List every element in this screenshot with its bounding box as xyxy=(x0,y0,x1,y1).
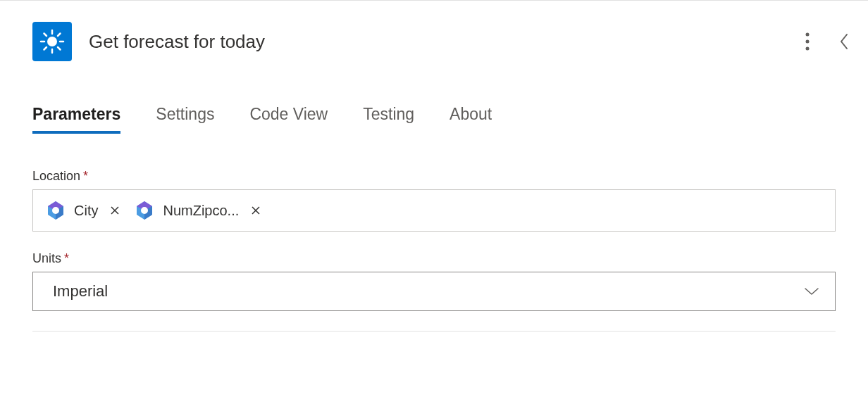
token-remove-button[interactable] xyxy=(247,205,264,216)
action-title: Get forecast for today xyxy=(89,31,800,53)
field-location: Location* City xyxy=(32,169,836,232)
location-label-text: Location xyxy=(32,169,80,183)
svg-line-5 xyxy=(44,34,47,37)
close-icon xyxy=(252,206,260,215)
units-select[interactable]: Imperial xyxy=(32,272,836,311)
more-vertical-icon xyxy=(805,32,810,51)
svg-point-12 xyxy=(52,207,59,214)
location-input[interactable]: City xyxy=(32,189,836,232)
token-city[interactable]: City xyxy=(42,196,128,225)
tab-parameters[interactable]: Parameters xyxy=(32,105,120,134)
tab-list: Parameters Settings Code View Testing Ab… xyxy=(0,105,868,134)
dynamic-content-icon xyxy=(44,199,67,222)
more-options-button[interactable] xyxy=(800,27,814,56)
units-label: Units* xyxy=(32,251,836,266)
units-selected-value: Imperial xyxy=(53,282,108,301)
svg-point-0 xyxy=(47,37,57,46)
token-numzipcode[interactable]: NumZipco... xyxy=(130,196,268,225)
tab-about[interactable]: About xyxy=(450,105,492,134)
action-panel: Get forecast for today xyxy=(0,0,868,332)
svg-point-11 xyxy=(806,47,810,51)
field-units: Units* Imperial xyxy=(32,251,836,311)
tab-code-view[interactable]: Code View xyxy=(249,105,328,134)
svg-line-6 xyxy=(58,47,61,50)
collapse-button[interactable] xyxy=(834,27,854,56)
header-actions xyxy=(800,27,854,56)
dynamic-content-icon xyxy=(133,199,156,222)
svg-point-13 xyxy=(141,207,148,214)
close-icon xyxy=(111,206,119,215)
tab-settings[interactable]: Settings xyxy=(156,105,214,134)
tab-testing[interactable]: Testing xyxy=(363,105,414,134)
chevron-left-icon xyxy=(838,32,850,51)
action-icon-container xyxy=(32,22,72,61)
location-label: Location* xyxy=(32,169,836,184)
svg-point-10 xyxy=(806,40,810,44)
parameters-form: Location* City xyxy=(0,169,868,311)
token-label: City xyxy=(74,203,98,219)
action-header: Get forecast for today xyxy=(0,22,868,61)
required-indicator: * xyxy=(64,251,69,265)
section-divider xyxy=(32,331,836,332)
required-indicator: * xyxy=(83,169,88,183)
svg-point-9 xyxy=(806,33,810,37)
token-label: NumZipco... xyxy=(163,203,239,219)
units-label-text: Units xyxy=(32,251,61,265)
svg-line-8 xyxy=(58,34,61,37)
token-remove-button[interactable] xyxy=(106,205,123,216)
chevron-down-icon xyxy=(804,286,819,296)
svg-line-7 xyxy=(44,47,47,50)
sun-icon xyxy=(39,29,65,54)
